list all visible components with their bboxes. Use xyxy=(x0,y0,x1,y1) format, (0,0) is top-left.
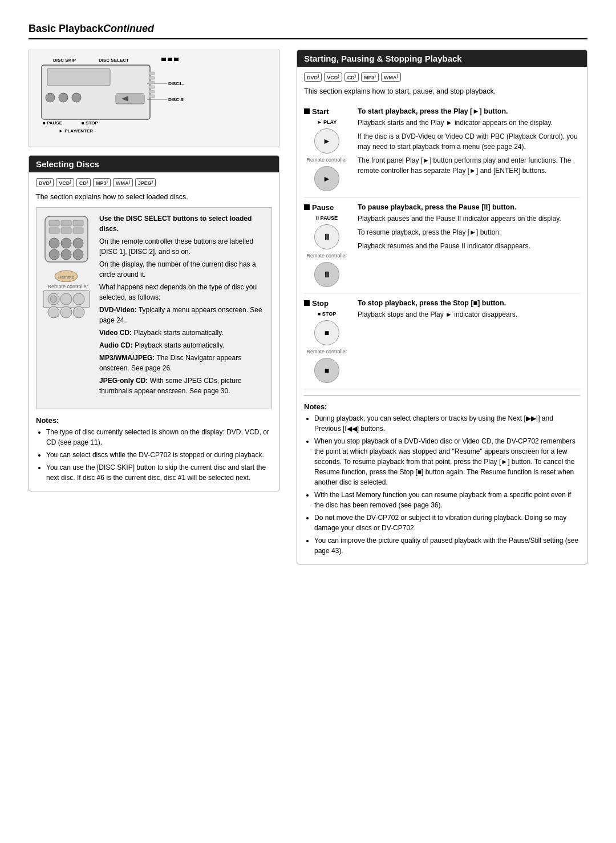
selecting-intro: The section explains how to select loade… xyxy=(36,192,272,203)
svg-point-31 xyxy=(60,293,72,305)
pause-remote-label: Remote controller xyxy=(306,253,347,259)
right-note-5: You can improve the picture quality of p… xyxy=(314,535,580,556)
svg-text:DISC SKIP: DISC SKIP xyxy=(168,97,184,102)
stop-item: Stop ■ STOP ■ Remote controller ■ To sto… xyxy=(304,293,580,389)
svg-rect-5 xyxy=(149,76,155,79)
right-note-3: With the Last Memory function you can re… xyxy=(314,490,580,510)
start-square xyxy=(304,108,310,114)
remote-image-col: Remote Remote controller xyxy=(42,213,94,398)
svg-point-23 xyxy=(49,249,59,260)
svg-text:■ PAUSE: ■ PAUSE xyxy=(43,120,63,126)
start-desc: Playback starts and the Play ► indicator… xyxy=(358,118,580,176)
page-title: Basic PlaybackContinued xyxy=(29,23,587,35)
desc-line-1: On the remote controller these buttons a… xyxy=(99,236,266,257)
stop-remote-label: Remote controller xyxy=(306,349,347,354)
panel-diagram: DISC SKIP DISC SELECT xyxy=(29,50,279,147)
notes-list-left: The type of disc currently selected is s… xyxy=(36,427,272,483)
video-cd-desc: Video CD: Playback starts automatically. xyxy=(99,328,266,338)
right-notes-header: Notes: xyxy=(304,402,580,411)
remote-label: Remote controller xyxy=(42,284,94,289)
marker3 xyxy=(174,58,179,61)
stop-device-label: ■ STOP xyxy=(318,311,336,317)
svg-rect-6 xyxy=(149,81,155,84)
audio-cd-desc: Audio CD: Playback starts automatically. xyxy=(99,340,266,350)
pause-label-col: Pause II PAUSE ⏸ Remote controller ⏸ xyxy=(304,203,350,287)
disc-select-inner-box: Remote Remote controller xyxy=(36,207,272,409)
right-note-1: During playback, you can select chapters… xyxy=(314,413,580,434)
svg-point-24 xyxy=(61,249,71,260)
svg-point-35 xyxy=(73,306,84,318)
play-area xyxy=(116,94,144,104)
pause-remote-circle: ⏸ xyxy=(314,262,339,287)
start-item: Start ► PLAY ► Remote controller ► To st… xyxy=(304,102,580,197)
start-desc-col: To start playback, press the Play [►] bu… xyxy=(358,107,580,191)
svg-rect-18 xyxy=(61,228,71,233)
svg-text:DISC1–6: DISC1–6 xyxy=(168,81,184,86)
svg-point-32 xyxy=(73,293,84,305)
right-badge-mp3: MP3) xyxy=(361,72,379,82)
panel-illustration: DISC SKIP DISC SELECT xyxy=(36,55,184,140)
stop-label: Stop xyxy=(304,299,350,308)
pause-desc: Playback pauses and the Pause II indicat… xyxy=(358,213,580,251)
svg-point-34 xyxy=(60,306,72,318)
right-badge-vcd: VCD) xyxy=(324,72,342,82)
pause-desc-col: To pause playback, press the Pause [II] … xyxy=(358,203,580,287)
panel-svg: DISC SKIP DISC SELECT xyxy=(36,55,272,142)
right-note-2: When you stop playback of a DVD-Video di… xyxy=(314,436,580,487)
right-notes-list: During playback, you can select chapters… xyxy=(304,413,580,556)
svg-rect-17 xyxy=(49,228,59,233)
pause-action-title: To pause playback, press the Pause [II] … xyxy=(358,203,580,211)
marker1 xyxy=(161,58,166,61)
start-label: Start xyxy=(304,107,350,116)
svg-rect-8 xyxy=(149,90,155,93)
disc-select-label: DISC SELECT xyxy=(99,58,129,63)
stop-icons: ■ STOP ■ Remote controller ■ xyxy=(304,311,350,383)
stop-desc-col: To stop playback, press the Stop [■] but… xyxy=(358,299,580,383)
play-device-label: ► PLAY xyxy=(317,119,337,125)
svg-point-33 xyxy=(48,306,59,318)
start-icons: ► PLAY ► Remote controller ► xyxy=(304,119,350,191)
left-column: DISC SKIP DISC SELECT xyxy=(29,50,279,574)
badge-jpeg: JPEG) xyxy=(135,178,156,187)
start-remote-label: Remote controller xyxy=(306,157,347,163)
right-column: Starting, Pausing & Stopping Playback DV… xyxy=(297,50,587,574)
right-notes-sep xyxy=(304,395,580,396)
btn3 xyxy=(72,93,81,102)
svg-text:► PLAY/ENTER: ► PLAY/ENTER xyxy=(59,128,93,134)
desc-line-2: On the display, the number of the curren… xyxy=(99,259,266,280)
jpeg-desc: JPEG-only CD: With some JPEG CDs, pictur… xyxy=(99,376,266,396)
start-label-col: Start ► PLAY ► Remote controller ► xyxy=(304,107,350,191)
note-left-2: You can select discs while the DV-CP702 … xyxy=(46,450,272,460)
starting-pausing-stopping-section: Starting, Pausing & Stopping Playback DV… xyxy=(297,50,587,564)
note-left-1: The type of disc currently selected is s… xyxy=(46,427,272,447)
btn1 xyxy=(46,93,55,102)
btn2 xyxy=(59,93,68,102)
right-note-4: Do not move the DV-CP702 or subject it t… xyxy=(314,513,580,533)
start-action-title: To start playback, press the Play [►] bu… xyxy=(358,107,580,115)
page-header: Basic PlaybackContinued xyxy=(29,23,587,39)
right-section-content: DVD) VCD) CD) MP3) WMA) This section exp… xyxy=(297,67,587,564)
display-unit-illustration xyxy=(42,289,91,321)
svg-point-30 xyxy=(50,296,57,302)
selecting-discs-content: DVD) VCD) CD) MP3) WMA) JPEG) The sectio… xyxy=(29,172,279,491)
stop-label-col: Stop ■ STOP ■ Remote controller ■ xyxy=(304,299,350,383)
marker2 xyxy=(168,58,172,61)
right-badge-wma: WMA) xyxy=(381,72,401,82)
notes-header-left: Notes: xyxy=(36,416,272,425)
use-buttons-title: Use the DISC SELECT buttons to select lo… xyxy=(99,213,266,234)
badge-wma: WMA) xyxy=(113,178,133,187)
stop-square xyxy=(304,300,310,306)
svg-rect-15 xyxy=(61,220,71,226)
right-intro: This section explains how to start, paus… xyxy=(304,86,580,97)
format-badges: DVD) VCD) CD) MP3) WMA) JPEG) xyxy=(36,178,272,187)
svg-point-22 xyxy=(73,238,83,248)
display-area xyxy=(47,68,110,86)
disc-skip-label: DISC SKIP xyxy=(53,58,76,63)
stop-remote-circle: ■ xyxy=(314,358,339,383)
mp3-desc: MP3/WMA/JPEG: The Disc Navigator appears… xyxy=(99,353,266,373)
svg-point-21 xyxy=(61,238,71,248)
select-inner-layout: Remote Remote controller xyxy=(42,213,266,398)
stop-button-circle: ■ xyxy=(314,320,339,345)
pause-device-label: II PAUSE xyxy=(316,215,338,221)
right-badge-dvd: DVD) xyxy=(304,72,322,82)
